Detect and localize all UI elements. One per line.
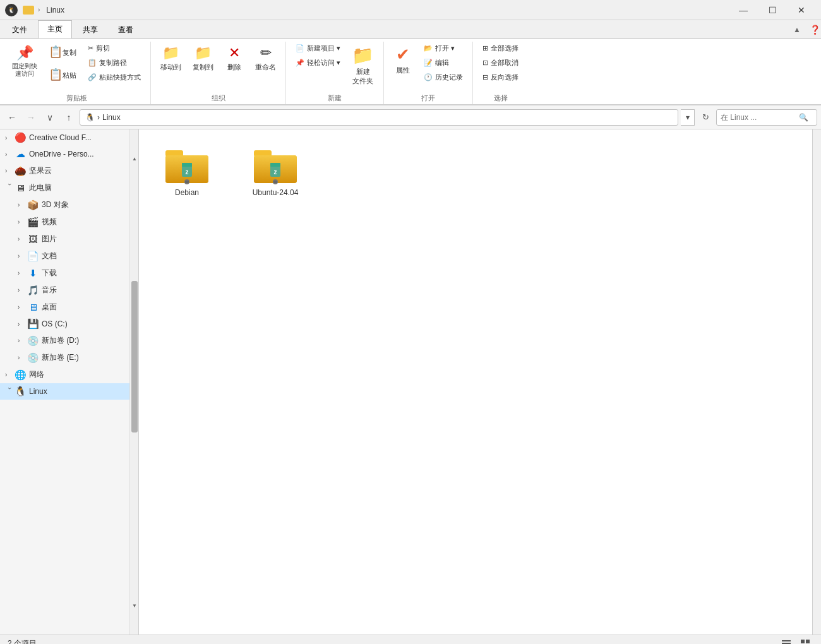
sidebar-item-pictures[interactable]: › 🖼 图片 (0, 230, 138, 247)
clipboard-group: 📌 固定到快速访问 📋 复制 📋 粘贴 ✂ 剪切 📋 (3, 42, 151, 104)
sidebar-item-label: 音乐 (42, 285, 57, 295)
chevron-icon: › (5, 134, 14, 141)
delete-label: 删除 (227, 63, 241, 72)
tab-view[interactable]: 查看 (109, 21, 143, 39)
documents-icon: 📄 (27, 251, 39, 261)
sidebar-item-network[interactable]: › 🌐 网络 (0, 366, 138, 383)
move-label: 移动到 (160, 63, 181, 72)
videos-icon: 🎬 (27, 217, 39, 227)
ribbon-collapse-button[interactable]: ▲ (793, 23, 806, 36)
item-count-label: 2 个项目 (8, 638, 37, 644)
clipboard-small-buttons: ✂ 剪切 📋 复制路径 🔗 粘贴快捷方式 (83, 42, 145, 94)
sidebar-item-label: 图片 (42, 234, 57, 244)
new-item-label: 新建项目 ▾ (307, 44, 340, 53)
select-all-button[interactable]: ⊞ 全部选择 (478, 42, 523, 55)
sidebar-item-creative-cloud[interactable]: › 🔴 Creative Cloud F... (0, 129, 138, 146)
paste-shortcut-icon: 🔗 (88, 73, 97, 81)
pin-to-quick-access-button[interactable]: 📌 固定到快速访问 (8, 42, 42, 81)
large-icons-view-button[interactable] (797, 637, 813, 645)
delete-button[interactable]: ✕ 删除 (220, 42, 248, 75)
cut-button[interactable]: ✂ 剪切 (83, 42, 145, 55)
properties-button[interactable]: ✔ 属性 (389, 42, 417, 78)
forward-button[interactable]: → (23, 109, 39, 126)
tab-share[interactable]: 共享 (73, 21, 107, 39)
paste-shortcut-button[interactable]: 🔗 粘贴快捷方式 (83, 71, 145, 84)
maximize-button[interactable]: ☐ (758, 0, 787, 20)
refresh-button[interactable]: ↻ (697, 109, 714, 126)
minimize-button[interactable]: — (729, 0, 758, 20)
select-none-label: 全部取消 (491, 58, 518, 68)
new-folder-button[interactable]: 📁 新建文件夹 (347, 42, 378, 89)
cut-icon: ✂ (88, 44, 93, 52)
address-dropdown-button[interactable]: ▾ (681, 109, 695, 126)
up-button[interactable]: ↑ (61, 109, 77, 126)
copy-to-button[interactable]: 📁 复制到 (188, 42, 218, 75)
chevron-icon: › (18, 337, 27, 344)
scroll-up-button[interactable]: ▲ (131, 155, 138, 162)
sidebar-item-documents[interactable]: › 📄 文档 (0, 247, 138, 265)
move-to-button[interactable]: 📁 移动到 (156, 42, 186, 75)
edit-button[interactable]: 📝 编辑 (419, 56, 467, 69)
sidebar-item-downloads[interactable]: › ⬇ 下载 (0, 265, 138, 282)
title-icons: 🐧 › Linux (5, 4, 64, 16)
svg-rect-12 (270, 163, 280, 167)
scroll-down-button[interactable]: ▼ (131, 602, 138, 609)
svg-rect-15 (273, 181, 277, 183)
pictures-icon: 🖼 (27, 234, 39, 244)
chevron-icon: › (18, 201, 27, 208)
chevron-icon: › (18, 287, 27, 294)
tab-file[interactable]: 文件 (3, 21, 37, 39)
sidebar-item-music[interactable]: › 🎵 音乐 (0, 282, 138, 299)
new-d-icon: 💿 (27, 336, 39, 346)
svg-rect-21 (806, 640, 810, 643)
address-path[interactable]: 🐧 › Linux (80, 109, 678, 126)
status-bar: 2 个项目 (0, 635, 821, 644)
debian-folder-svg: z (164, 145, 210, 186)
sidebar-item-new-d[interactable]: › 💿 新加卷 (D:) (0, 332, 138, 349)
easy-access-button[interactable]: 📌 轻松访问 ▾ (291, 56, 345, 69)
sidebar-item-linux[interactable]: › 🐧 Linux (0, 383, 138, 400)
search-input[interactable] (717, 113, 799, 122)
close-button[interactable]: ✕ (787, 0, 816, 20)
right-edge-bar (812, 129, 821, 635)
folder-ubuntu-label: Ubuntu-24.04 (253, 188, 299, 197)
search-icon: 🔍 (799, 113, 812, 122)
folder-ubuntu[interactable]: z Ubuntu-24.04 (237, 140, 313, 203)
sidebar-item-this-pc[interactable]: › 🖥 此电脑 (0, 179, 138, 196)
open-button[interactable]: 📂 打开 ▾ (419, 42, 467, 55)
rename-button[interactable]: ✏ 重命名 (251, 42, 280, 75)
sidebar-item-onedrive[interactable]: › ☁ OneDrive - Perso... (0, 146, 138, 162)
sidebar-item-os-c[interactable]: › 💾 OS (C:) (0, 316, 138, 332)
details-view-button[interactable] (778, 637, 794, 645)
sidebar-scrollbar-thumb[interactable] (131, 281, 138, 432)
paste-button[interactable]: 📋 粘贴 (44, 64, 81, 86)
edit-icon: 📝 (424, 59, 433, 67)
path-separator: › (97, 113, 100, 122)
folder-debian[interactable]: z Debian (149, 140, 225, 203)
title-folder-icon (23, 6, 34, 15)
sidebar-item-3d-objects[interactable]: › 📦 3D 对象 (0, 196, 138, 213)
recent-locations-button[interactable]: ∨ (42, 109, 58, 126)
chevron-icon: › (18, 236, 27, 242)
copy-to-label: 复制到 (193, 63, 213, 72)
sidebar-item-new-e[interactable]: › 💿 新加卷 (E:) (0, 349, 138, 366)
properties-icon: ✔ (396, 45, 410, 64)
select-none-button[interactable]: ⊡ 全部取消 (478, 56, 523, 69)
sidebar-item-videos[interactable]: › 🎬 视频 (0, 213, 138, 230)
sidebar-item-jianguoyun[interactable]: › 🌰 坚果云 (0, 162, 138, 179)
folder-debian-label: Debian (175, 188, 199, 197)
copy-path-button[interactable]: 📋 复制路径 (83, 56, 145, 69)
sidebar-item-label: 网络 (29, 369, 44, 380)
chevron-icon: › (6, 387, 13, 396)
tab-home[interactable]: 主页 (38, 20, 72, 39)
os-c-icon: 💾 (27, 319, 39, 329)
new-item-button[interactable]: 📄 新建项目 ▾ (291, 42, 345, 55)
invert-selection-button[interactable]: ⊟ 反向选择 (478, 71, 523, 84)
copy-button[interactable]: 📋 复制 (44, 42, 81, 63)
back-button[interactable]: ← (4, 109, 20, 126)
content-area: z Debian (139, 129, 812, 635)
history-button[interactable]: 🕐 历史记录 (419, 71, 467, 84)
help-button[interactable]: ❓ (808, 23, 821, 36)
clipboard-buttons: 📋 复制 📋 粘贴 (44, 42, 81, 86)
sidebar-item-desktop[interactable]: › 🖥 桌面 (0, 299, 138, 316)
